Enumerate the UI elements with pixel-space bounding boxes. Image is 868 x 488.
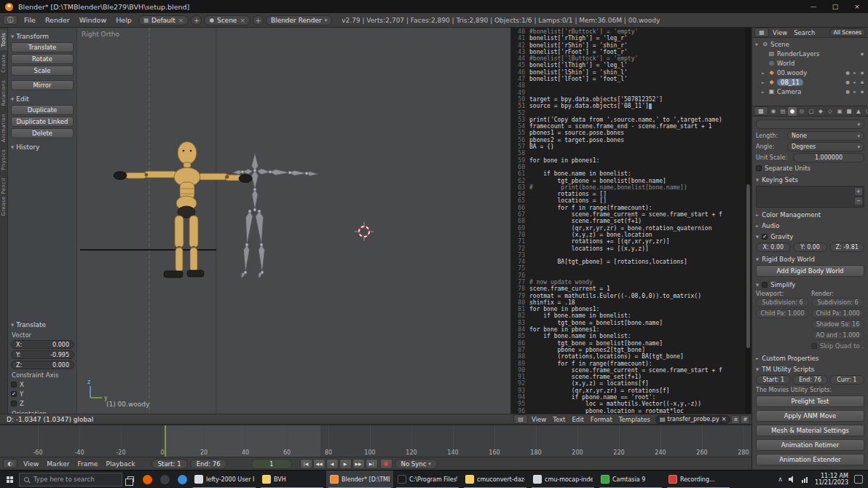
volume-icon[interactable] <box>789 476 796 483</box>
arrow-toggle-icon[interactable]: ▸ <box>852 89 858 95</box>
armature-figure[interactable] <box>232 153 318 278</box>
checkbox[interactable] <box>811 343 817 349</box>
menu-edit[interactable]: Edit <box>569 416 586 423</box>
camera-toggle-icon[interactable]: ▪ <box>859 70 865 76</box>
edge-icon[interactable] <box>174 471 191 488</box>
outliner-item-00-woody[interactable]: ►◆00.woody●▸▪ <box>754 68 867 77</box>
panel-header-custom-properties[interactable]: ►Custom Properties <box>756 353 864 363</box>
menu-view[interactable]: View <box>770 29 790 36</box>
screen-layout-selector[interactable]: ▦ Default × <box>138 15 189 25</box>
add-layout-button[interactable]: + <box>191 15 202 25</box>
taskbar-app-camtasia-9[interactable]: Camtasia 9 <box>597 471 664 488</box>
scene-close-icon[interactable]: × <box>240 17 245 24</box>
panel-header-rigid-body-world[interactable]: ▼Rigid Body World <box>756 254 864 264</box>
gravity-z-field[interactable]: Z: -9.81 <box>829 243 864 252</box>
text-editor-scrollbar[interactable] <box>746 28 751 414</box>
constraint-axis-z[interactable]: Z <box>11 399 74 408</box>
woody-figure[interactable] <box>114 142 252 278</box>
properties-tab-render[interactable]: ◉ <box>769 107 778 116</box>
properties-tab-constraints[interactable]: ◆ <box>816 107 825 116</box>
prev-keyframe-button[interactable]: ◀◀ <box>313 459 326 469</box>
timeline-type-icon[interactable]: ◐ <box>3 459 17 468</box>
menu-file[interactable]: File <box>20 16 40 24</box>
vector-field-y[interactable]: Y:-0.995 <box>11 350 74 359</box>
taskbar-app-blender-d-tmbl[interactable]: Blender* [D:\TMBl... <box>326 471 393 488</box>
properties-tab-world[interactable]: ◎ <box>797 107 806 116</box>
layout-close-icon[interactable]: × <box>178 17 184 24</box>
play-button[interactable]: ▶ <box>339 459 352 469</box>
checkbox[interactable] <box>756 165 762 171</box>
tool-button-mirror[interactable]: Mirror <box>11 80 74 90</box>
checkbox[interactable] <box>11 401 17 406</box>
current-frame-field[interactable]: 1 <box>251 459 292 469</box>
menu-format[interactable]: Format <box>588 416 615 423</box>
panel-header-keying-sets[interactable]: ▼Keying Sets <box>756 175 864 184</box>
menu-templates[interactable]: Templates <box>616 416 653 423</box>
properties-tab-render-layers[interactable]: ▤ <box>778 107 787 116</box>
outliner-display-dropdown[interactable]: All Scenes <box>829 28 866 36</box>
script-button-mesh-material-settings[interactable]: Mesh & Material Settings <box>756 425 864 436</box>
checkbox[interactable] <box>11 382 17 387</box>
tool-button-scale[interactable]: Scale <box>11 66 74 76</box>
panel-header-audio[interactable]: ►Audio <box>756 221 864 230</box>
panel-header-tm-utility-scripts[interactable]: ▼TM Utility Scripts <box>756 364 864 374</box>
vector-field-z[interactable]: Z:0.000 <box>11 361 74 369</box>
panel-header-edit[interactable]: ▼Edit <box>11 94 74 103</box>
properties-type-icon[interactable]: ▩ <box>754 106 768 116</box>
jump-to-start-button[interactable]: |◀ <box>300 459 312 469</box>
tool-tab-relations[interactable]: Relations <box>0 76 7 110</box>
properties-tab-texture[interactable]: ▲ <box>854 107 863 116</box>
camera-toggle-icon[interactable]: ▪ <box>859 51 865 57</box>
minimize-button[interactable]: — <box>802 0 824 13</box>
gravity-x-field[interactable]: X: 0.00 <box>756 243 791 252</box>
properties-tab-particles[interactable]: ○ <box>864 107 868 116</box>
properties-tab-object[interactable]: ▢ <box>807 107 816 116</box>
start-button[interactable] <box>0 471 19 488</box>
panel-header-transform[interactable]: ▼Transform <box>11 31 74 41</box>
code-area[interactable]: 40#bonelist['rButtock'] = 'empty'41bonel… <box>511 28 751 414</box>
expand-icon[interactable]: ► <box>762 90 766 94</box>
tool-button-translate[interactable]: Translate <box>11 42 74 52</box>
properties-tab-data[interactable]: ▣ <box>835 107 844 116</box>
taskbar-search-box[interactable]: Type here to search <box>19 473 122 487</box>
taskbar-clock[interactable]: 11:12 AM 11/21/2023 <box>815 473 848 487</box>
end-frame-field[interactable]: End:76 <box>190 459 227 469</box>
menu-render[interactable]: Render <box>41 16 74 24</box>
keying-sets-list[interactable]: + − <box>756 186 864 208</box>
scrollbar-thumb[interactable] <box>746 184 750 348</box>
outliner-item-08-11[interactable]: ►◆08_11●▸▪ <box>754 77 867 87</box>
outliner-item-world[interactable]: ◎World <box>754 58 867 68</box>
tool-button-duplicate-linked[interactable]: Duplicate Linked <box>11 117 74 127</box>
menu-window[interactable]: Window <box>75 16 111 24</box>
panel-header-history[interactable]: ▼History <box>11 142 74 151</box>
timeline-canvas[interactable]: -60-40-200204060801001201401601802002202… <box>0 425 751 457</box>
skip-quad-checkbox[interactable]: Skip Quad to ... <box>811 342 864 350</box>
tm-curr-field[interactable]: Curr: 1 <box>829 375 864 385</box>
script-button-animation-retimer[interactable]: Animation Retimer <box>756 439 864 451</box>
jump-to-end-button[interactable]: ▶| <box>366 459 378 469</box>
menu-help[interactable]: Help <box>111 16 136 24</box>
action-center-icon[interactable] <box>854 475 863 484</box>
start-frame-field[interactable]: Start:1 <box>151 459 188 469</box>
menu-view[interactable]: View <box>529 416 549 423</box>
viewport-canvas[interactable]: y z Right Ortho (1) 00.woody <box>77 28 511 414</box>
record-button[interactable]: ● <box>380 459 392 469</box>
menu-marker[interactable]: Marker <box>43 460 73 468</box>
checkbox[interactable]: ✓ <box>11 391 17 397</box>
taskbar-app-c-program-files[interactable]: C:\Program Files\... <box>394 471 461 488</box>
app-dark-icon[interactable] <box>157 471 173 488</box>
tool-tab-tools[interactable]: Tools <box>0 29 7 50</box>
properties-tab-modifiers[interactable]: ◇ <box>826 107 835 116</box>
camera-toggle-icon[interactable]: ▪ <box>859 89 865 95</box>
text-editor[interactable]: 40#bonelist['rButtock'] = 'empty'41bonel… <box>511 28 751 414</box>
gravity-checkbox[interactable]: ✓ <box>762 234 768 240</box>
constraint-axis-y[interactable]: ✓Y <box>11 390 74 398</box>
simplify-subdivision-6-field[interactable]: Subdivision: 6 <box>756 298 809 307</box>
simplify-ao-and-1-000-field[interactable]: AO and : 1.000 <box>811 331 864 340</box>
eye-toggle-icon[interactable]: ● <box>845 79 851 85</box>
add-keying-set-button[interactable]: + <box>854 187 863 196</box>
maximize-button[interactable]: □ <box>824 0 846 13</box>
arrow-toggle-icon[interactable]: ▸ <box>852 70 858 76</box>
gravity-y-field[interactable]: Y: 0.00 <box>793 243 828 252</box>
tool-tab-physics[interactable]: Physics <box>0 146 7 174</box>
